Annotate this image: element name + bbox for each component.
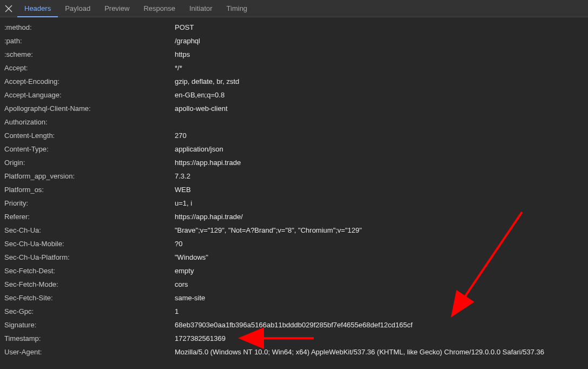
header-key: Timestamp: <box>4 332 175 345</box>
header-key: Sec-Fetch-Site: <box>4 291 175 305</box>
headers-content: :method:POST :path:/graphql :scheme:http… <box>0 17 588 362</box>
header-key: Sec-Ch-Ua: <box>4 223 175 237</box>
header-value: 7.3.2 <box>175 169 584 183</box>
tab-payload[interactable]: Payload <box>58 0 97 17</box>
header-key: Sec-Fetch-Mode: <box>4 278 175 291</box>
header-row: Timestamp:1727382561369 <box>4 332 584 345</box>
header-value: POST <box>175 21 584 34</box>
header-value: "Brave";v="129", "Not=A?Brand";v="8", "C… <box>175 223 584 237</box>
header-key: Content-Type: <box>4 142 175 156</box>
header-value: 68eb37903e0aa1fb396a5166ab11bdddb029f285… <box>175 318 584 332</box>
header-value: 1 <box>175 305 584 318</box>
header-row: Accept:*/* <box>4 61 584 75</box>
header-row: Sec-Ch-Ua-Platform:"Windows" <box>4 251 584 264</box>
header-value: https <box>175 48 584 61</box>
header-row: Sec-Gpc:1 <box>4 305 584 318</box>
header-key: Platform_os: <box>4 183 175 196</box>
header-row: Origin:https://app.hapi.trade <box>4 156 584 169</box>
header-value: ?0 <box>175 237 584 251</box>
header-row: Sec-Fetch-Site:same-site <box>4 291 584 305</box>
header-key: Content-Length: <box>4 129 175 142</box>
header-row: :path:/graphql <box>4 34 584 48</box>
header-row: Signature:68eb37903e0aa1fb396a5166ab11bd… <box>4 318 584 332</box>
header-value <box>175 115 584 129</box>
header-row: Content-Length:270 <box>4 129 584 142</box>
header-key: Apollographql-Client-Name: <box>4 102 175 115</box>
header-value: https://app.hapi.trade/ <box>175 210 584 223</box>
header-row: Platform_app_version:7.3.2 <box>4 169 584 183</box>
header-row: Content-Type:application/json <box>4 142 584 156</box>
header-row: Sec-Ch-Ua-Mobile:?0 <box>4 237 584 251</box>
header-key: Priority: <box>4 196 175 210</box>
header-key: Sec-Ch-Ua-Mobile: <box>4 237 175 251</box>
header-row: :method:POST <box>4 21 584 34</box>
tab-response[interactable]: Response <box>136 0 182 17</box>
tab-timing[interactable]: Timing <box>220 0 255 17</box>
header-key: :path: <box>4 34 175 48</box>
header-key: Origin: <box>4 156 175 169</box>
tab-initiator[interactable]: Initiator <box>182 0 220 17</box>
header-row: Platform_os:WEB <box>4 183 584 196</box>
header-value: /graphql <box>175 34 584 48</box>
header-key: Accept: <box>4 61 175 75</box>
header-row: Sec-Fetch-Dest:empty <box>4 264 584 278</box>
header-value: */* <box>175 61 584 75</box>
header-value: application/json <box>175 142 584 156</box>
header-value: empty <box>175 264 584 278</box>
header-value: 270 <box>175 129 584 142</box>
header-value: 1727382561369 <box>175 332 584 345</box>
header-value: "Windows" <box>175 251 584 264</box>
header-key: Accept-Language: <box>4 88 175 102</box>
header-key: Sec-Fetch-Dest: <box>4 264 175 278</box>
tabs-bar: Headers Payload Preview Response Initiat… <box>0 0 588 17</box>
header-key: Platform_app_version: <box>4 169 175 183</box>
header-value: same-site <box>175 291 584 305</box>
header-row: Authorization: <box>4 115 584 129</box>
tab-preview[interactable]: Preview <box>97 0 136 17</box>
header-row: Referer:https://app.hapi.trade/ <box>4 210 584 223</box>
header-key: Authorization: <box>4 115 175 129</box>
header-key: :method: <box>4 21 175 34</box>
tab-headers[interactable]: Headers <box>17 0 58 17</box>
header-value: https://app.hapi.trade <box>175 156 584 169</box>
header-row: Priority:u=1, i <box>4 196 584 210</box>
header-key: :scheme: <box>4 48 175 61</box>
header-value: cors <box>175 278 584 291</box>
header-key: User-Agent: <box>4 345 175 359</box>
header-key: Accept-Encoding: <box>4 75 175 88</box>
header-key: Sec-Ch-Ua-Platform: <box>4 251 175 264</box>
header-value: WEB <box>175 183 584 196</box>
close-icon[interactable] <box>0 0 17 17</box>
header-value: Mozilla/5.0 (Windows NT 10.0; Win64; x64… <box>175 345 584 359</box>
header-key: Signature: <box>4 318 175 332</box>
header-row: Sec-Fetch-Mode:cors <box>4 278 584 291</box>
header-value: gzip, deflate, br, zstd <box>175 75 584 88</box>
header-row: Accept-Language:en-GB,en;q=0.8 <box>4 88 584 102</box>
header-row: User-Agent:Mozilla/5.0 (Windows NT 10.0;… <box>4 345 584 359</box>
header-row: Apollographql-Client-Name:apollo-web-cli… <box>4 102 584 115</box>
header-value: en-GB,en;q=0.8 <box>175 88 584 102</box>
header-row: Accept-Encoding:gzip, deflate, br, zstd <box>4 75 584 88</box>
header-row: Sec-Ch-Ua:"Brave";v="129", "Not=A?Brand"… <box>4 223 584 237</box>
header-value: apollo-web-client <box>175 102 584 115</box>
header-value: u=1, i <box>175 196 584 210</box>
header-key: Sec-Gpc: <box>4 305 175 318</box>
header-row: :scheme:https <box>4 48 584 61</box>
header-key: Referer: <box>4 210 175 223</box>
